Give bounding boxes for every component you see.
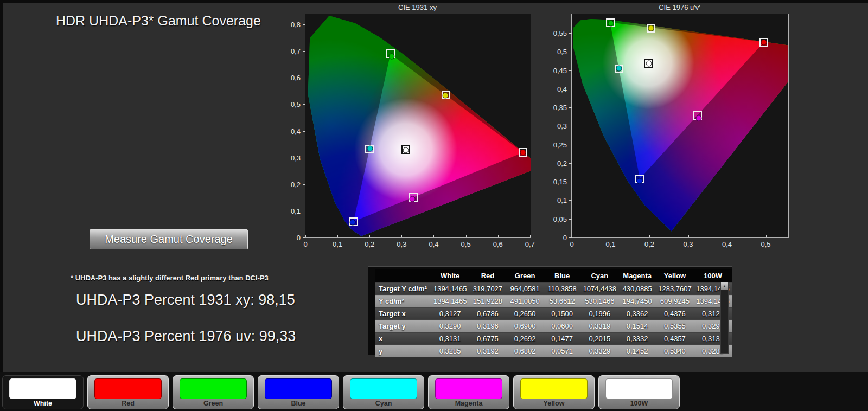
- tab-label: Green: [173, 400, 253, 407]
- table-cell: 0,1500: [544, 307, 580, 320]
- table-header-row: WhiteRedGreenBlueCyanMagentaYellow100W: [375, 269, 732, 282]
- page-title: HDR UHDA-P3* Gamut Coverage: [56, 13, 261, 29]
- x-tick-label: 0,5: [461, 240, 471, 248]
- y-tick: [303, 78, 305, 78]
- x-tick: [530, 235, 531, 237]
- x-tick-label: 0,7: [525, 240, 535, 248]
- color-tab-red[interactable]: Red: [87, 375, 169, 409]
- table-cell: 0,0600: [544, 320, 580, 332]
- gamut-table: WhiteRedGreenBlueCyanMagentaYellow100WTa…: [375, 269, 732, 357]
- x-tick: [766, 235, 767, 237]
- x-tick-label: 0,1: [605, 240, 615, 248]
- chart-title-cie1931: CIE 1931 xy: [305, 3, 530, 11]
- y-tick: [569, 33, 572, 34]
- table-cell: 0,3196: [469, 320, 507, 332]
- table-cell: 0,3127: [431, 307, 469, 320]
- x-tick: [305, 235, 306, 237]
- x-tick-label: 0: [303, 240, 307, 248]
- y-tick-label: 0,2: [291, 180, 301, 188]
- y-tick: [303, 158, 305, 158]
- x-tick-label: 0,6: [493, 240, 503, 248]
- y-tick: [569, 70, 572, 71]
- white-swatch: [9, 378, 76, 399]
- 100w-swatch: [605, 378, 673, 399]
- scroll-up-icon[interactable]: ▲: [721, 282, 728, 290]
- y-tick: [303, 237, 305, 238]
- y-tick-label: 0,55: [553, 29, 567, 37]
- color-tab-white[interactable]: White: [2, 375, 84, 409]
- row-label: Target x: [375, 307, 431, 320]
- y-tick-label: 0,1: [291, 207, 301, 215]
- y-tick-label: 0,5: [557, 48, 567, 56]
- red-swatch: [94, 378, 162, 399]
- measurement-table-frame: WhiteRedGreenBlueCyanMagentaYellow100WTa…: [368, 266, 732, 355]
- x-tick-label: 0,5: [761, 240, 770, 248]
- yellow-swatch: [520, 378, 588, 399]
- cyan-measured-marker: [616, 66, 622, 72]
- y-tick: [569, 107, 572, 108]
- table-cell: 0,5340: [656, 345, 694, 357]
- x-tick-label: 0,4: [429, 240, 438, 248]
- cie-1931-locus: [305, 14, 531, 237]
- y-tick: [569, 219, 572, 220]
- table-cell: 0,2650: [506, 307, 544, 320]
- x-tick: [433, 235, 434, 237]
- column-header: Blue: [544, 269, 580, 282]
- table-cell: 609,9245: [656, 295, 694, 307]
- tab-label: Magenta: [429, 400, 509, 407]
- y-tick: [569, 200, 572, 201]
- x-tick-label: 0: [570, 240, 573, 248]
- x-tick-label: 0,4: [722, 240, 732, 248]
- bottom-bar: WhiteRedGreenBlueCyanMagentaYellow100W ▲…: [0, 372, 868, 411]
- table-cell: 0,2692: [506, 332, 544, 345]
- color-tab-magenta[interactable]: Magenta: [428, 375, 509, 409]
- y-tick: [303, 24, 305, 25]
- color-tab-green[interactable]: Green: [173, 375, 254, 409]
- y-tick: [569, 89, 572, 89]
- table-cell: 0,4376: [656, 307, 694, 320]
- color-tab-cyan[interactable]: Cyan: [343, 375, 424, 409]
- tab-label: White: [3, 400, 83, 407]
- column-header: Red: [469, 269, 507, 282]
- column-header: 100W: [694, 269, 732, 282]
- row-label: Target y: [375, 320, 431, 332]
- table-row: x0,31310,67750,26920,14770,20150,33320,4…: [375, 332, 732, 345]
- row-label: Target Y cd/m²: [375, 282, 431, 295]
- x-tick: [688, 235, 689, 237]
- table-cell: 53,6612: [544, 295, 580, 307]
- yellow-measured-marker: [442, 92, 448, 98]
- y-tick-label: 0,8: [291, 21, 301, 29]
- y-tick-label: 0: [563, 234, 567, 242]
- color-tab-blue[interactable]: Blue: [258, 375, 339, 409]
- y-tick-label: 0,45: [553, 66, 567, 74]
- table-cell: 1283,7607: [656, 282, 694, 295]
- table-cell: 0,6802: [506, 345, 544, 357]
- table-scrollbar[interactable]: ▲: [720, 282, 729, 354]
- tab-label: Yellow: [514, 400, 594, 407]
- cie-1976-locus: [572, 14, 788, 237]
- y-tick-label: 0,3: [557, 122, 567, 130]
- magenta-swatch: [435, 378, 502, 399]
- x-tick: [369, 235, 370, 237]
- y-tick: [569, 237, 572, 238]
- table-cell: 0,3192: [469, 345, 507, 357]
- magenta-measured-marker: [695, 115, 701, 121]
- measure-gamut-coverage-button[interactable]: Measure Gamut Coverage: [90, 229, 248, 249]
- color-tab-100w[interactable]: 100W: [598, 375, 680, 409]
- table-cell: 0,0571: [544, 345, 580, 357]
- tab-label: 100W: [599, 400, 679, 407]
- table-row: Target y0,32900,31960,69000,06000,33190,…: [375, 320, 732, 332]
- y-tick-label: 0,2: [557, 159, 567, 167]
- table-cell: 964,0581: [506, 282, 544, 295]
- x-tick-label: 0,3: [683, 240, 693, 248]
- table-cell: 0,3332: [618, 332, 656, 345]
- magenta-measured-marker: [409, 196, 415, 202]
- color-tab-yellow[interactable]: Yellow: [513, 375, 595, 409]
- y-tick-label: 0,35: [553, 104, 567, 112]
- y-tick: [569, 182, 572, 182]
- table-cell: 0,6775: [469, 332, 507, 345]
- white-measured-marker: [403, 147, 409, 153]
- footnote: * UHDA-P3 has a slightly different Red p…: [71, 274, 269, 282]
- table-cell: 430,0885: [618, 282, 656, 295]
- table-cell: 530,1466: [580, 295, 618, 307]
